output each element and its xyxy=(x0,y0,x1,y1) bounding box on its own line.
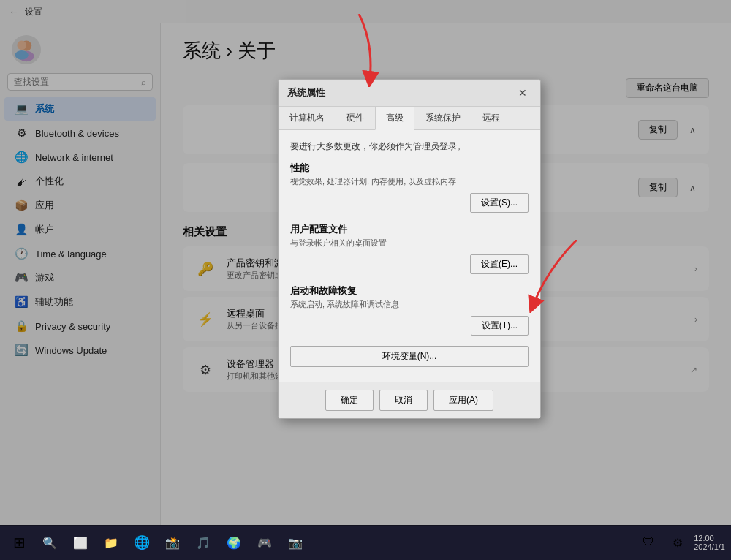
dialog-section-0: 性能 视觉效果, 处理器计划, 内存使用, 以及虚拟内存 设置(S)... xyxy=(290,162,529,213)
related-icon-1: ⚡ xyxy=(194,309,216,330)
copy-button-1[interactable]: 复制 xyxy=(638,120,678,140)
search-icon: ⌕ xyxy=(141,77,146,86)
dialog-tabs: 计算机名硬件高级系统保护远程 xyxy=(279,107,540,130)
section-title-2: 启动和故障恢复 xyxy=(290,284,529,298)
sidebar-icon-time: 🕐 xyxy=(15,247,28,260)
sidebar-icon-update: 🔄 xyxy=(15,344,28,357)
sidebar-icon-gaming: 🎮 xyxy=(15,271,28,284)
svg-point-3 xyxy=(15,50,29,60)
sidebar-item-accounts[interactable]: 👤 帐户 xyxy=(4,218,156,241)
back-button[interactable]: ← xyxy=(9,6,19,18)
search-input[interactable] xyxy=(14,77,138,87)
env-vars-button[interactable]: 环境变量(N)... xyxy=(290,346,529,367)
search-box[interactable]: ⌕ xyxy=(7,73,153,91)
taskbar: ⊞ 🔍 ⬜ 📁 🌐 📸 🎵 🌍 🎮 📷 🛡 ⚙ 12:002024/1/1 xyxy=(0,525,731,560)
related-arrow-2: ↗ xyxy=(690,365,697,375)
svg-point-2 xyxy=(17,40,26,50)
game-button[interactable]: 🎮 xyxy=(251,529,278,556)
chevron-up-icon: ∧ xyxy=(689,125,696,135)
camera-button[interactable]: 📷 xyxy=(282,529,308,556)
chevron-up-icon-2: ∧ xyxy=(689,183,696,193)
page-title: 系统 › 关于 xyxy=(183,38,709,64)
sidebar-label-time: Time & language xyxy=(35,249,107,260)
section-desc-0: 视觉效果, 处理器计划, 内存使用, 以及虚拟内存 xyxy=(290,176,529,187)
sidebar-icon-system: 💻 xyxy=(15,102,28,116)
sidebar-item-gaming[interactable]: 🎮 游戏 xyxy=(4,266,156,290)
copy-button-2[interactable]: 复制 xyxy=(638,178,678,197)
footer-btn-1[interactable]: 取消 xyxy=(379,390,428,411)
sidebar-label-personal: 个性化 xyxy=(35,175,64,188)
footer-btn-0[interactable]: 确定 xyxy=(325,390,374,411)
sidebar-icon-network: 🌐 xyxy=(15,151,28,164)
sidebar-icon-bluetooth: ⚙ xyxy=(15,126,28,140)
dialog-section-1: 用户配置文件 与登录帐户相关的桌面设置 设置(E)... xyxy=(290,223,529,274)
dialog-title: 系统属性 xyxy=(287,86,325,99)
sidebar-item-privacy[interactable]: 🔒 Privacy & security xyxy=(4,314,156,338)
explorer-button[interactable]: 📁 xyxy=(98,529,124,556)
section-btn-0[interactable]: 设置(S)... xyxy=(470,193,529,213)
section-desc-2: 系统启动, 系统故障和调试信息 xyxy=(290,299,529,310)
rename-pc-button[interactable]: 重命名这台电脑 xyxy=(626,78,709,98)
dialog-tab-3[interactable]: 系统保护 xyxy=(414,107,471,129)
section-btn-1[interactable]: 设置(E)... xyxy=(470,254,529,274)
edge-button[interactable]: 🌍 xyxy=(221,529,247,556)
task-view-button[interactable]: ⬜ xyxy=(67,529,94,556)
sidebar-label-network: Network & internet xyxy=(35,152,113,163)
sidebar-label-accounts: 帐户 xyxy=(35,223,54,236)
footer-btn-2[interactable]: 应用(A) xyxy=(433,390,493,411)
dialog-section-2: 启动和故障恢复 系统启动, 系统故障和调试信息 设置(T)... xyxy=(290,284,529,336)
sidebar-item-bluetooth[interactable]: ⚙ Bluetooth & devices xyxy=(4,121,156,145)
section-title-1: 用户配置文件 xyxy=(290,223,529,236)
sidebar-label-gaming: 游戏 xyxy=(35,271,54,284)
photos-button[interactable]: 📸 xyxy=(159,529,186,556)
settings-tray-icon[interactable]: ⚙ xyxy=(664,529,691,556)
dialog-tab-4[interactable]: 远程 xyxy=(471,107,511,129)
dialog-body: 要进行大多数更改，你必须作为管理员登录。 性能 视觉效果, 处理器计划, 内存使… xyxy=(279,130,540,382)
search-taskbar-button[interactable]: 🔍 xyxy=(37,529,63,556)
related-icon-2: ⚙ xyxy=(194,359,216,381)
sidebar-label-privacy: Privacy & security xyxy=(35,321,110,332)
related-arrow-1: › xyxy=(694,314,697,325)
sidebar-item-time[interactable]: 🕐 Time & language xyxy=(4,242,156,265)
clock: 12:002024/1/1 xyxy=(694,534,725,551)
sidebar-label-update: Windows Update xyxy=(35,345,107,356)
sidebar-icon-apps: 📦 xyxy=(15,199,28,212)
sidebar-item-network[interactable]: 🌐 Network & internet xyxy=(4,145,156,169)
section-desc-1: 与登录帐户相关的桌面设置 xyxy=(290,238,529,249)
sidebar-icon-accessibility: ♿ xyxy=(15,295,28,309)
sidebar-label-system: 系统 xyxy=(35,102,54,116)
dialog-tab-1[interactable]: 硬件 xyxy=(336,107,375,129)
sidebar-item-system[interactable]: 💻 系统 xyxy=(4,97,156,121)
music-button[interactable]: 🎵 xyxy=(190,529,216,556)
sidebar: ⌕ 💻 系统⚙ Bluetooth & devices🌐 Network & i… xyxy=(0,23,161,525)
dialog-close-button[interactable]: ✕ xyxy=(514,86,531,100)
start-button[interactable]: ⊞ xyxy=(6,529,32,556)
sidebar-icon-personal: 🖌 xyxy=(15,175,28,188)
dialog-footer: 确定取消应用(A) xyxy=(279,382,540,418)
related-arrow-0: › xyxy=(694,264,697,274)
titlebar-title: 设置 xyxy=(25,6,42,18)
section-title-0: 性能 xyxy=(290,162,529,175)
related-icon-0: 🔑 xyxy=(194,258,216,280)
sidebar-label-bluetooth: Bluetooth & devices xyxy=(35,128,119,139)
sidebar-label-accessibility: 辅助功能 xyxy=(35,295,73,309)
sidebar-item-update[interactable]: 🔄 Windows Update xyxy=(4,338,156,362)
dialog-note: 要进行大多数更改，你必须作为管理员登录。 xyxy=(290,140,529,153)
section-btn-2[interactable]: 设置(T)... xyxy=(471,316,529,336)
dialog-titlebar: 系统属性 ✕ xyxy=(279,80,540,107)
sidebar-item-accessibility[interactable]: ♿ 辅助功能 xyxy=(4,290,156,314)
avatar xyxy=(12,35,41,64)
security-icon[interactable]: 🛡 xyxy=(635,529,662,556)
sidebar-item-apps[interactable]: 📦 应用 xyxy=(4,194,156,217)
system-properties-dialog[interactable]: 系统属性 ✕ 计算机名硬件高级系统保护远程 要进行大多数更改，你必须作为管理员登… xyxy=(278,79,541,419)
dialog-tab-2[interactable]: 高级 xyxy=(375,107,414,130)
sidebar-icon-privacy: 🔒 xyxy=(15,319,28,333)
sidebar-item-personal[interactable]: 🖌 个性化 xyxy=(4,170,156,193)
sidebar-label-apps: 应用 xyxy=(35,199,54,212)
chrome-button[interactable]: 🌐 xyxy=(129,529,155,556)
dialog-tab-0[interactable]: 计算机名 xyxy=(279,107,336,129)
titlebar: ← 设置 xyxy=(0,0,731,23)
sidebar-icon-accounts: 👤 xyxy=(15,223,28,236)
